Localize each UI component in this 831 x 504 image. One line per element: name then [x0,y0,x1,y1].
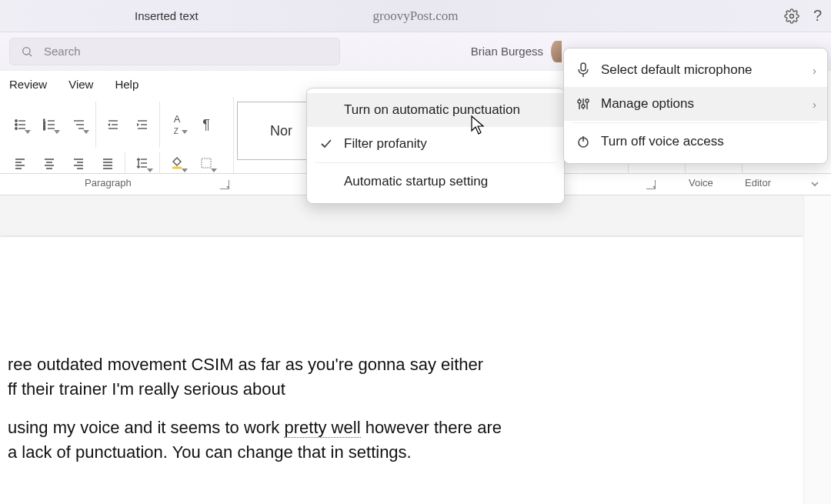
power-icon [575,135,592,149]
multilevel-list-button[interactable] [66,114,91,135]
sliders-icon [575,97,592,111]
shading-button[interactable] [165,152,189,174]
document-area: ree outdated movement CSIM as far as you… [0,195,803,504]
bullets-button[interactable] [8,114,32,135]
menu-manage-options[interactable]: Manage options › [564,87,827,121]
collapse-ribbon-icon[interactable] [809,179,820,189]
editor-label: Editor [745,177,771,189]
sort-button[interactable]: AZ [165,114,189,135]
document-title: Inserted text [135,9,199,22]
styles-launcher[interactable] [646,180,656,189]
increase-indent-button[interactable] [130,114,155,135]
justify-button[interactable] [95,152,120,174]
help-icon[interactable]: ? [813,7,822,25]
svg-point-3 [15,120,17,122]
search-icon [21,45,33,58]
svg-point-0 [789,14,793,18]
search-input[interactable]: Search [9,38,340,65]
svg-rect-50 [581,63,586,71]
account-button[interactable]: Brian Burgess [471,41,562,62]
svg-point-7 [15,128,17,129]
align-left-button[interactable] [8,152,32,174]
chevron-right-icon: › [813,64,816,77]
user-name: Brian Burgess [471,45,543,58]
svg-point-5 [15,124,17,125]
menu-turn-off-voice[interactable]: Turn off voice access [564,125,827,159]
menu-auto-startup[interactable]: Automatic startup setting [307,165,564,199]
page[interactable]: ree outdated movement CSIM as far as you… [0,237,803,504]
tab-view[interactable]: View [68,78,93,91]
menu-filter-profanity[interactable]: Filter profanity [307,127,564,161]
paragraph-group: 123 AZ ¶ [0,97,234,173]
svg-point-53 [578,100,581,103]
menu-auto-punctuation[interactable]: Turn on automatic punctuation [307,93,564,127]
title-bar: Inserted text groovyPost.com ? [0,0,831,32]
gear-icon[interactable] [784,8,799,24]
align-center-button[interactable] [37,152,62,174]
search-placeholder: Search [44,45,81,58]
voice-label: Voice [689,177,713,189]
tab-help[interactable]: Help [115,78,138,91]
menu-select-microphone[interactable]: Select default microphone › [564,53,827,87]
avatar [551,41,562,62]
paragraph-1: ree outdated movement CSIM as far as you… [8,352,780,402]
line-spacing-button[interactable] [130,152,155,174]
svg-point-55 [582,105,585,108]
tab-review[interactable]: Review [9,78,47,91]
numbering-button[interactable]: 123 [37,114,62,135]
borders-button[interactable] [194,152,219,174]
paragraph-label: Paragraph [85,177,132,189]
align-right-button[interactable] [66,152,91,174]
show-marks-button[interactable]: ¶ [194,114,219,135]
voice-settings-submenu: Turn on automatic punctuation Filter pro… [306,88,565,204]
paragraph-2: using my voice and it seems to work pret… [8,416,780,465]
svg-line-2 [29,54,32,56]
svg-rect-45 [202,159,211,168]
svg-point-1 [23,47,30,54]
vertical-scrollbar[interactable] [803,195,831,504]
decrease-indent-button[interactable] [101,114,125,135]
voice-access-menu: Select default microphone › Manage optio… [563,48,828,164]
site-watermark: groovyPost.com [373,8,459,24]
check-icon [318,138,335,150]
paragraph-launcher[interactable] [220,180,229,189]
chevron-right-icon: › [813,98,816,111]
style-name: Nor [270,123,292,139]
svg-point-57 [586,99,589,102]
svg-text:3: 3 [43,126,45,131]
microphone-icon [575,62,592,78]
